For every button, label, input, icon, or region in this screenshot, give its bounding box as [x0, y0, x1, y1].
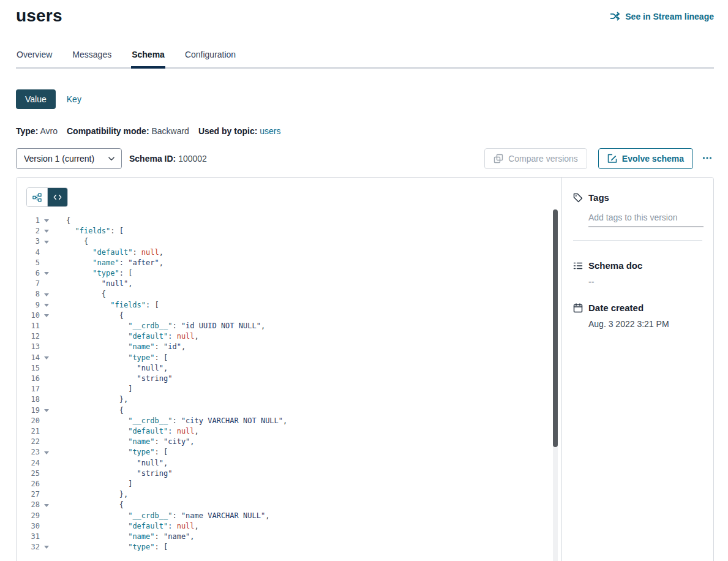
evolve-schema-button[interactable]: Evolve schema	[598, 148, 693, 169]
line-number: 14	[17, 353, 40, 363]
schema-editor: 1{2 "fields": [3 {4 "default": null,5 "n…	[17, 178, 561, 561]
meta-compatibility: Compatibility mode: Backward	[67, 126, 189, 136]
code-text: "null",	[53, 279, 132, 289]
tab-messages[interactable]: Messages	[72, 45, 112, 67]
line-number: 9	[17, 300, 40, 311]
code-line: 11 "__crdb__": "id UUID NOT NULL",	[17, 321, 561, 331]
fold-caret-icon[interactable]	[44, 272, 49, 275]
more-options-button[interactable]	[700, 149, 714, 168]
line-number: 24	[17, 458, 40, 469]
line-number: 32	[17, 542, 40, 552]
fold-caret-icon[interactable]	[44, 504, 49, 507]
fold-caret-icon[interactable]	[44, 314, 49, 317]
line-number: 29	[17, 511, 40, 521]
line-number: 13	[17, 342, 40, 352]
tab-schema[interactable]: Schema	[131, 45, 165, 67]
tags-header: Tags	[573, 192, 702, 203]
compare-versions-button[interactable]: Compare versions	[484, 148, 587, 169]
schema-doc-icon	[573, 261, 583, 271]
code-text: {	[53, 311, 124, 321]
code-line: 26 ]	[17, 479, 561, 489]
line-number: 22	[17, 437, 40, 447]
tab-configuration[interactable]: Configuration	[184, 45, 236, 67]
ellipsis-icon	[702, 153, 713, 163]
code-text: "type": [	[53, 542, 168, 552]
fold-caret-icon[interactable]	[44, 409, 49, 412]
fold-caret-icon[interactable]	[44, 304, 49, 307]
code-text: "__crdb__": "name VARCHAR NULL",	[53, 511, 269, 521]
tree-view-button[interactable]	[27, 188, 47, 206]
code-text: "default": null,	[53, 426, 199, 437]
schema-meta: Type: Avro Compatibility mode: Backward …	[16, 126, 714, 136]
code-line: 3 {	[17, 236, 561, 247]
fold-caret-icon[interactable]	[44, 241, 49, 244]
code-text: "name": "id",	[53, 342, 186, 352]
stream-lineage-link[interactable]: See in Stream lineage	[610, 11, 714, 21]
fold-caret-icon[interactable]	[44, 546, 49, 549]
tags-title: Tags	[588, 192, 609, 203]
code-line: 19 {	[17, 405, 561, 416]
value-key-toggle: Value Key	[16, 89, 714, 109]
code-text: "string"	[53, 469, 172, 479]
code-line: 1{	[17, 216, 561, 226]
code-text: ]	[53, 384, 132, 394]
compare-versions-label: Compare versions	[508, 154, 578, 164]
code-text: "default": null,	[53, 331, 199, 342]
line-number: 6	[17, 268, 40, 279]
version-bar: Version 1 (current) Schema ID: 100002 Co…	[16, 148, 714, 169]
code-text: ]	[53, 479, 132, 489]
fold-caret-icon[interactable]	[44, 219, 49, 222]
code-text: "name": "name",	[53, 532, 195, 542]
evolve-schema-label: Evolve schema	[622, 154, 684, 164]
fold-caret-icon[interactable]	[44, 230, 49, 233]
compatibility-value: Backward	[151, 126, 189, 136]
date-created-title: Date created	[588, 303, 644, 313]
tag-icon	[573, 193, 583, 203]
schema-id: Schema ID: 100002	[129, 154, 207, 164]
code-line: 13 "name": "id",	[17, 342, 561, 352]
fold-caret-icon[interactable]	[44, 451, 49, 454]
code-line: 24 "null",	[17, 458, 561, 469]
code-text: {	[53, 216, 70, 226]
schema-doc-section: Schema doc --	[573, 260, 702, 287]
scrollbar-thumb[interactable]	[553, 209, 558, 447]
code-line: 22 "name": "city",	[17, 437, 561, 447]
editor-scrollbar[interactable]	[553, 209, 558, 561]
key-toggle-button[interactable]: Key	[59, 89, 89, 109]
line-number: 19	[17, 405, 40, 416]
line-number: 10	[17, 311, 40, 321]
line-number: 26	[17, 479, 40, 489]
code-line: 20 "__crdb__": "city VARCHAR NOT NULL",	[17, 416, 561, 426]
code-text: "default": null,	[53, 521, 199, 532]
line-number: 17	[17, 384, 40, 394]
value-toggle-button[interactable]: Value	[16, 89, 56, 109]
code-line: 16 "string"	[17, 374, 561, 384]
code-text: "__crdb__": "city VARCHAR NOT NULL",	[53, 416, 287, 426]
line-number: 15	[17, 363, 40, 374]
schema-page: users See in Stream lineage OverviewMess…	[0, 0, 728, 561]
stream-lineage-icon	[610, 11, 620, 21]
code-text: "name": "city",	[53, 437, 195, 447]
fold-caret-icon[interactable]	[44, 293, 49, 296]
tab-overview[interactable]: Overview	[16, 45, 53, 67]
fold-caret-icon[interactable]	[44, 356, 49, 360]
code-text: {	[53, 500, 124, 510]
version-select[interactable]: Version 1 (current)	[16, 148, 122, 169]
line-number: 7	[17, 279, 40, 289]
code-text: },	[53, 489, 128, 500]
code-line: 12 "default": null,	[17, 331, 561, 342]
code-text: {	[53, 405, 124, 416]
code-line: 25 "string"	[17, 469, 561, 479]
line-number: 5	[17, 258, 40, 268]
topic-link[interactable]: users	[260, 126, 280, 136]
code-text: "type": [	[53, 447, 168, 457]
page-header: users See in Stream lineage	[16, 0, 714, 26]
schema-doc-title: Schema doc	[588, 260, 642, 271]
schema-id-label: Schema ID:	[129, 154, 176, 164]
code-view-button[interactable]	[47, 188, 67, 206]
code-text: "name": "after",	[53, 258, 163, 268]
tags-input[interactable]	[588, 211, 704, 227]
code-line: 14 "type": [	[17, 353, 561, 363]
code-line: 21 "default": null,	[17, 426, 561, 437]
line-number: 3	[17, 236, 40, 247]
